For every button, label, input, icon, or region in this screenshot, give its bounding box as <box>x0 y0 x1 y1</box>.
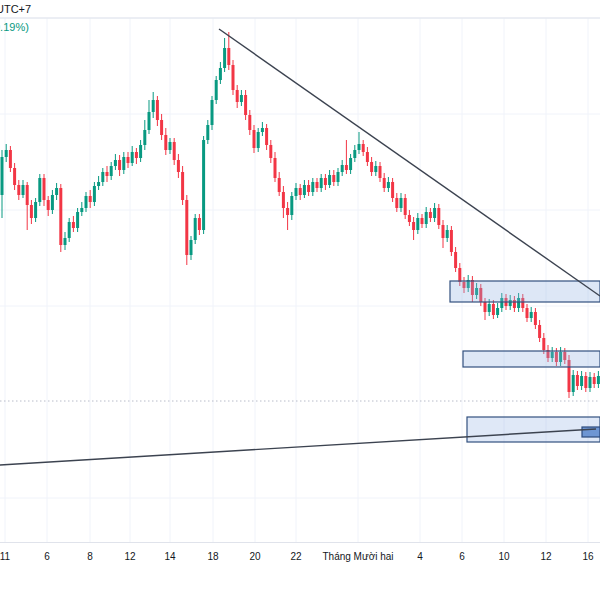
candle-body <box>118 160 121 170</box>
candle-body <box>593 377 596 384</box>
candle-body <box>295 188 298 196</box>
candle-body <box>211 100 214 125</box>
candle-body <box>22 185 25 195</box>
candle-body <box>17 185 20 195</box>
candle-body <box>202 140 205 230</box>
time-axis-tick: 6 <box>459 551 465 562</box>
candle-body <box>30 205 33 218</box>
candle-body <box>169 142 172 150</box>
candle-body <box>80 208 83 212</box>
candle-body <box>416 218 419 230</box>
candle-body <box>127 157 130 163</box>
candle-body <box>391 182 394 198</box>
time-axis[interactable]: 11681214182022Tháng Mười hai46101216 <box>0 542 600 600</box>
candle-body <box>366 152 369 162</box>
candle-body <box>181 172 184 200</box>
candle-body <box>387 182 390 188</box>
candle-body <box>89 196 92 202</box>
candle-body <box>227 48 230 65</box>
candle-body <box>286 208 289 215</box>
ascending-trendline[interactable] <box>0 429 596 465</box>
candle-body <box>488 304 491 312</box>
chart-pane[interactable] <box>0 0 600 542</box>
candle-body <box>219 68 222 80</box>
candle-body <box>345 165 348 170</box>
candle-body <box>358 144 361 150</box>
candle-body <box>442 225 445 238</box>
candle-body <box>72 222 75 228</box>
candle-body <box>13 168 16 185</box>
candle-body <box>395 198 398 208</box>
candle-body <box>97 182 100 186</box>
candle-body <box>379 166 382 178</box>
candle-body <box>38 178 41 202</box>
candle-body <box>316 182 319 188</box>
candle-body <box>232 65 235 90</box>
candle-body <box>101 172 104 182</box>
time-axis-tick: 10 <box>498 551 509 562</box>
candle-body <box>206 125 209 140</box>
candle-body <box>496 308 499 315</box>
candle-body <box>484 302 487 312</box>
candlestick-chart[interactable] <box>0 0 600 542</box>
candle-body <box>542 338 545 350</box>
time-axis-tick: 14 <box>164 551 175 562</box>
candle-body <box>374 166 377 172</box>
candle-body <box>383 178 386 188</box>
candle-body <box>269 145 272 158</box>
candle-body <box>492 304 495 315</box>
time-axis-tick: 8 <box>87 551 93 562</box>
candle-body <box>404 198 407 215</box>
candle-body <box>412 222 415 230</box>
candle-body <box>530 312 533 318</box>
candle-body <box>122 157 125 170</box>
candle-body <box>173 142 176 160</box>
time-axis-tick: 12 <box>124 551 135 562</box>
candle-body <box>538 325 541 338</box>
time-axis-tick: 18 <box>207 551 218 562</box>
candle-body <box>257 132 260 148</box>
supply-zone-middle[interactable] <box>463 351 600 367</box>
candle-body <box>299 188 302 195</box>
candle-body <box>429 212 432 218</box>
candle-body <box>51 195 54 210</box>
candle-body <box>156 100 159 120</box>
candle-body <box>85 196 88 208</box>
candle-body <box>597 376 600 384</box>
candle-body <box>425 212 428 224</box>
candle-body <box>437 208 440 225</box>
time-axis-tick: 12 <box>540 551 551 562</box>
demand-zone-inner[interactable] <box>582 427 600 437</box>
candle-body <box>148 112 151 130</box>
candle-body <box>185 200 188 255</box>
candle-body <box>177 160 180 172</box>
candle-body <box>332 175 335 182</box>
candle-body <box>47 200 50 210</box>
time-axis-tick: 4 <box>417 551 423 562</box>
candle-body <box>135 152 138 158</box>
candle-body <box>400 198 403 208</box>
candle-body <box>274 158 277 178</box>
candle-body <box>576 375 579 386</box>
candle-body <box>194 218 197 240</box>
candle-body <box>139 145 142 158</box>
supply-zone-upper[interactable] <box>450 281 600 302</box>
time-axis-tick: 11 <box>0 551 10 562</box>
candle-body <box>290 196 293 215</box>
candle-body <box>282 192 285 208</box>
candle-body <box>55 188 58 195</box>
candle-body <box>572 375 575 392</box>
candle-body <box>534 312 537 325</box>
candle-body <box>589 377 592 388</box>
candle-body <box>446 230 449 238</box>
candle-body <box>324 178 327 185</box>
candle-body <box>26 185 29 205</box>
candle-body <box>261 128 264 132</box>
time-axis-tick: Tháng Mười hai <box>322 551 393 562</box>
candle-body <box>265 128 268 145</box>
candle-body <box>320 178 323 188</box>
candle-body <box>68 222 71 238</box>
candle-body <box>328 175 331 185</box>
candle-body <box>240 95 243 102</box>
candle-body <box>458 268 461 282</box>
